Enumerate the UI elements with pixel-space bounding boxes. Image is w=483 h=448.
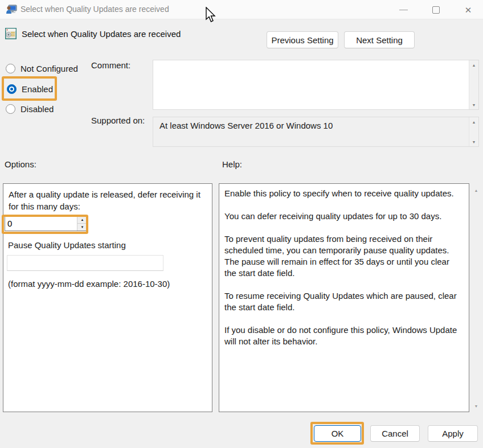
radio-label-enabled: Enabled [22,84,53,94]
scroll-down-icon[interactable]: ▼ [469,100,479,109]
options-panel: After a quality update is released, defe… [3,183,212,412]
titlebar: Select when Quality Updates are received… [0,0,483,19]
maximize-button[interactable] [424,0,447,19]
spin-up-icon[interactable]: ▲ [77,216,87,223]
radio-circle-disabled[interactable] [6,104,15,114]
next-setting-button[interactable]: Next Setting [344,31,415,48]
radio-circle-enabled[interactable] [7,84,17,94]
supported-on-scrollbar[interactable]: ▲ ▼ [469,117,478,146]
help-scroll-up-icon[interactable]: ▲ [472,186,481,195]
comment-box: ▲ ▼ [153,60,479,110]
cancel-button[interactable]: Cancel [370,425,420,442]
supported-on-label: Supported on: [91,116,145,125]
scroll-up-icon[interactable]: ▲ [469,60,479,69]
radio-not-configured[interactable]: Not Configured [6,63,78,74]
radio-disabled[interactable]: Disabled [6,103,54,114]
close-icon: ✕ [465,6,472,14]
supported-on-value: At least Windows Server 2016 or Windows … [159,121,333,130]
previous-setting-button[interactable]: Previous Setting [267,31,338,48]
apply-button[interactable]: Apply [428,425,478,442]
comment-scrollbar[interactable]: ▲ ▼ [469,60,478,109]
scroll-up-icon[interactable]: ▲ [469,117,479,126]
radio-label-not-configured: Not Configured [21,64,78,73]
help-panel: Enable this policy to specify when to re… [219,183,469,412]
supported-on-box: At least Windows Server 2016 or Windows … [153,117,479,147]
radio-circle-not-configured[interactable] [6,64,15,73]
policy-setting-dialog: Select when Quality Updates are received… [0,0,483,448]
defer-days-label: After a quality update is released, defe… [9,188,209,212]
help-scroll-down-icon[interactable]: ▼ [472,401,481,410]
defer-days-input[interactable] [5,216,77,231]
spin-down-icon[interactable]: ▼ [77,223,87,231]
policy-title: Select when Quality Updates are received [22,29,181,39]
minimize-button[interactable] [392,0,415,19]
policy-setting-icon [5,27,17,40]
radio-inner-ring [9,87,14,92]
radio-dot [10,88,13,91]
close-button[interactable]: ✕ [457,0,480,19]
window-title: Select when Quality Updates are received [21,5,169,14]
maximize-icon [432,6,440,14]
help-text: Enable this policy to specify when to re… [224,188,462,347]
options-section-label: Options: [5,159,36,169]
pause-start-date-input[interactable] [7,255,163,271]
scroll-down-icon[interactable]: ▼ [469,137,479,146]
radio-label-disabled: Disabled [21,104,54,114]
comment-textarea[interactable] [153,60,468,109]
radio-enabled[interactable]: Enabled [7,83,53,94]
pause-updates-label: Pause Quality Updates starting [8,240,126,250]
group-policy-app-icon [6,4,17,15]
help-section-label: Help: [222,159,242,169]
ok-button[interactable]: OK [314,425,361,442]
spinner-buttons: ▲ ▼ [77,216,87,231]
date-format-hint: (format yyyy-mm-dd example: 2016-10-30) [8,279,170,289]
defer-days-spinner[interactable]: ▲ ▼ [5,216,88,231]
comment-label: Comment: [91,60,130,70]
minimize-icon [399,10,408,10]
